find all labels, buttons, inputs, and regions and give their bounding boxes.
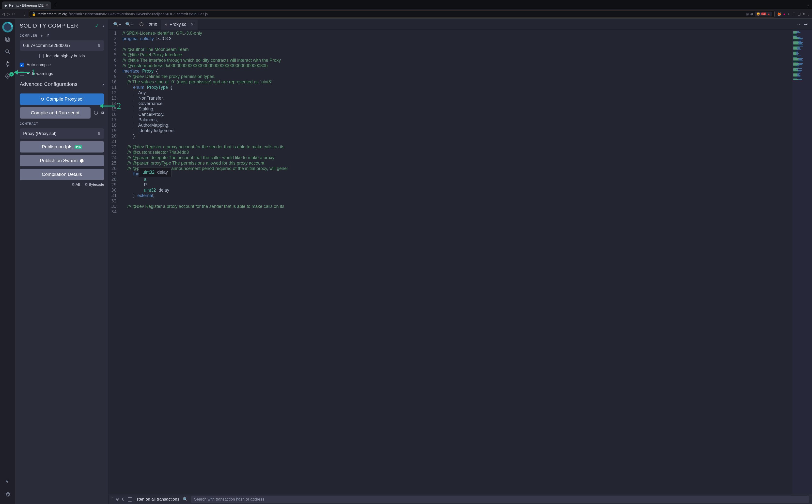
extensions-icon[interactable]: ✦: [787, 12, 790, 16]
bookmark-icon[interactable]: ▯: [24, 12, 26, 16]
hide-warnings-checkbox[interactable]: [20, 72, 24, 76]
search-tx-icon[interactable]: 🔍: [183, 497, 188, 502]
zoom-in-icon[interactable]: 🔍+: [125, 22, 133, 27]
zoom-out-icon[interactable]: 🔍−: [113, 22, 121, 27]
connect-icon[interactable]: ⊞: [746, 12, 749, 16]
info-icon[interactable]: ⓘ: [94, 110, 98, 116]
contract-select[interactable]: Proxy (Proxy.sol) ⇅: [20, 128, 104, 139]
publish-swarm-button[interactable]: Publish on Swarm ⬢: [20, 155, 104, 166]
panel-title: SOLIDITY COMPILER: [20, 23, 95, 29]
shield-count: 16: [761, 13, 766, 15]
bytecode-copy[interactable]: ⧉Bytecode: [85, 182, 104, 186]
close-icon[interactable]: ✕: [190, 22, 194, 27]
close-icon[interactable]: ✕: [46, 3, 48, 7]
nightly-row[interactable]: Include nightly builds: [20, 54, 104, 59]
panel-forward-icon[interactable]: ›: [103, 23, 104, 29]
terminal-toggle-icon[interactable]: ˇ: [112, 497, 113, 502]
copy-icon: ⧉: [85, 182, 88, 186]
editor-tabs: 🔍− 🔍+ Home ⟐ Proxy.sol ✕ ↔ ⇥: [109, 19, 812, 30]
compile-button[interactable]: ↻ Compile Proxy.sol: [20, 93, 104, 105]
compiler-doc-icon[interactable]: 🗎: [46, 33, 50, 38]
svg-rect-1: [6, 38, 9, 42]
new-tab-button[interactable]: ＋: [53, 2, 57, 8]
code-content[interactable]: // SPDX-License-Identifier: GPL-3.0-only…: [119, 30, 792, 494]
zoom-icon[interactable]: ⊕: [750, 12, 753, 16]
terminal-bar: ˇ ⊘ 0 listen on all transactions 🔍 Searc…: [109, 494, 812, 504]
publish-ipfs-button[interactable]: Publish on Ipfs IPFS: [20, 141, 104, 153]
listen-row[interactable]: listen on all transactions: [128, 497, 179, 502]
compile-run-label: Compile and Run script: [31, 110, 79, 116]
code-editor[interactable]: 1 2 3 4 5 6 7 8 9 10 11 12 13 14 15 16 1…: [109, 30, 812, 494]
plugin-manager-icon[interactable]: [2, 477, 13, 488]
metamask-icon[interactable]: 🦊: [777, 12, 781, 16]
compiler-label: COMPILER: [20, 34, 37, 37]
hide-warnings-row[interactable]: Hide warnings: [20, 71, 104, 76]
wallet-icon[interactable]: ▢: [797, 12, 801, 16]
search-icon[interactable]: [2, 46, 13, 57]
home-icon: [139, 22, 143, 26]
pending-count: 0: [122, 497, 124, 502]
polkadot-icon[interactable]: ●: [783, 12, 785, 16]
auto-compile-checkbox[interactable]: ✓: [20, 63, 24, 67]
reload-icon[interactable]: ⟳: [12, 12, 15, 16]
tab-proxy[interactable]: ⟐ Proxy.sol ✕: [161, 19, 198, 30]
clear-icon[interactable]: ⊘: [116, 497, 119, 502]
settings-icon[interactable]: [2, 489, 13, 500]
url-host: remix.ethereum.org: [37, 12, 67, 16]
line-gutter: 1 2 3 4 5 6 7 8 9 10 11 12 13 14 15 16 1…: [109, 30, 119, 494]
more-icon[interactable]: ⋮: [807, 12, 810, 16]
expand-editor-icon[interactable]: ⇥: [804, 22, 808, 27]
resize-editor-icon[interactable]: ↔: [797, 22, 801, 27]
contract-label: CONTRACT: [20, 122, 104, 125]
svg-rect-0: [5, 37, 8, 41]
browser-toolbar: ◁ ▷ ⟳ ▯ 🔒 remix.ethereum.org/#optimize=f…: [0, 9, 812, 19]
brave-shields[interactable]: 🦁 16 ▲: [755, 12, 772, 16]
browser-tab[interactable]: ◆ Remix - Ethereum IDE ✕: [2, 1, 51, 9]
tab-home[interactable]: Home: [136, 19, 161, 30]
tx-search-placeholder: Search with transaction hash or address: [194, 497, 264, 502]
tab-proxy-label: Proxy.sol: [169, 22, 187, 27]
swarm-icon: ⬢: [80, 158, 84, 164]
reading-list-icon[interactable]: ☰: [792, 12, 796, 16]
browser-tab-strip: ◆ Remix - Ethereum IDE ✕ ＋ ⌄: [0, 0, 812, 9]
svg-marker-5: [6, 64, 10, 67]
add-compiler-icon[interactable]: ＋: [40, 33, 44, 38]
compilation-details-button[interactable]: Compilation Details: [20, 169, 104, 180]
extension-icons: 🦊 ● ✦ ☰ ▢ ≡ ⋮: [777, 12, 810, 16]
back-icon[interactable]: ◁: [2, 12, 5, 16]
tab-home-label: Home: [145, 22, 157, 27]
chevron-right-icon: ›: [102, 81, 104, 87]
compile-run-button[interactable]: Compile and Run script: [20, 107, 91, 119]
contract-value: Proxy (Proxy.sol): [23, 131, 57, 136]
editor-area: 🔍− 🔍+ Home ⟐ Proxy.sol ✕ ↔ ⇥ 1 2 3 4 5 6…: [109, 19, 812, 504]
minimap[interactable]: [792, 30, 812, 494]
tab-overflow-icon[interactable]: ⌄: [807, 2, 810, 7]
icon-panel: ✓: [0, 19, 15, 504]
compiler-version-select[interactable]: 0.8.7+commit.e28d00a7 ⇅: [20, 40, 104, 51]
publish-swarm-label: Publish on Swarm: [40, 158, 77, 163]
advanced-config-label: Advanced Configurations: [20, 81, 77, 87]
auto-compile-row[interactable]: ✓ Auto compile: [20, 62, 104, 67]
nightly-checkbox[interactable]: [39, 54, 44, 58]
menu-icon[interactable]: ≡: [803, 12, 805, 16]
output-links: ⧉ABI ⧉Bytecode: [20, 182, 104, 186]
forward-icon: ▷: [7, 12, 10, 16]
svg-point-2: [6, 50, 9, 53]
file-explorer-icon[interactable]: [2, 34, 13, 45]
address-bar[interactable]: 🔒 remix.ethereum.org/#optimize=false&run…: [29, 11, 775, 17]
compile-success-badge: ✓: [9, 72, 14, 76]
url-path: /#optimize=false&runs=200&evmVersion=nul…: [69, 12, 208, 16]
auto-compile-label: Auto compile: [27, 62, 51, 67]
copy-icon: ⧉: [72, 182, 75, 186]
remix-logo[interactable]: [2, 22, 13, 32]
tab-favicon: ◆: [4, 3, 7, 7]
copy-icon[interactable]: ⧉: [101, 111, 104, 115]
solidity-compiler-icon[interactable]: [2, 59, 13, 69]
listen-checkbox[interactable]: [128, 497, 132, 502]
tx-search-input[interactable]: Search with transaction hash or address: [191, 496, 809, 503]
listen-label: listen on all transactions: [135, 497, 179, 502]
abi-copy[interactable]: ⧉ABI: [72, 182, 81, 186]
select-arrows-icon: ⇅: [98, 44, 101, 47]
advanced-config-toggle[interactable]: Advanced Configurations ›: [20, 81, 104, 87]
compile-check-icon: ✓: [95, 23, 99, 29]
